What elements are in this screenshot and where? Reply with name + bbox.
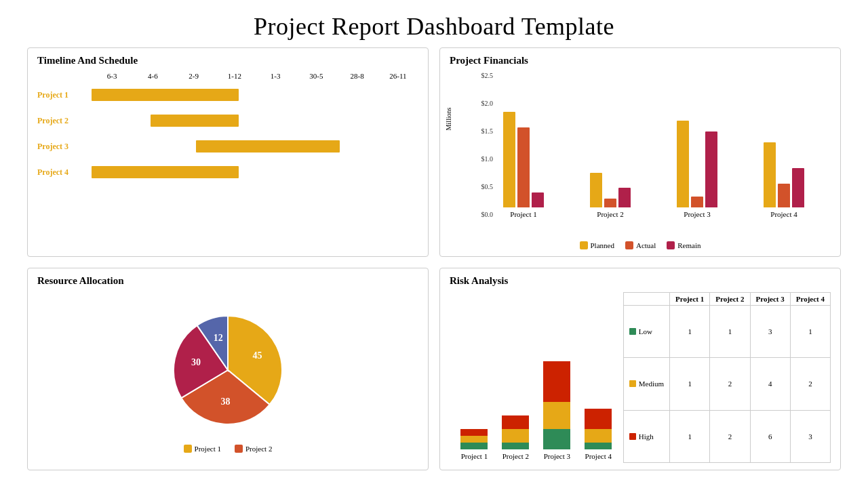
bar-groups: Project 1Project 2Project 3Project 4: [477, 72, 831, 218]
timeline-header-label: 30-5: [296, 72, 336, 80]
financial-bar-planned: [590, 173, 602, 207]
timeline-row-label: Project 2: [37, 116, 92, 126]
financial-bar-actual: [517, 127, 530, 207]
risk-bar-label: Project 4: [585, 452, 612, 460]
risk-value-cell: 2: [710, 358, 750, 410]
risk-segment: [585, 443, 612, 449]
pie-container: 45383012 Project 1Project 2: [37, 292, 418, 463]
timeline-header: 6-34-62-91-121-330-528-826-11: [92, 72, 418, 80]
timeline-title: Timeline And Schedule: [37, 55, 418, 66]
risk-table-header-empty: [623, 293, 669, 306]
legend-dot: [625, 241, 633, 249]
pie-legend-item: Project 1: [184, 445, 221, 453]
risk-segment: [585, 409, 612, 429]
timeline-track: [92, 89, 418, 101]
timeline-row-label: Project 3: [37, 142, 92, 152]
timeline-row: Project 2: [37, 108, 418, 133]
pie-label: 38: [220, 396, 230, 407]
risk-value-cell: 3: [790, 410, 830, 462]
risk-stack: [502, 415, 529, 449]
risk-color-box: [629, 380, 636, 387]
risk-bar-label: Project 1: [461, 452, 488, 460]
financials-legend: PlannedActualRemain: [450, 241, 831, 249]
y-axis-tick: $2.0: [473, 100, 493, 107]
financial-bar-planned: [677, 121, 689, 207]
risk-bars-area: Project 1Project 2Project 3Project 4: [450, 292, 616, 463]
financials-container: Millions $0.0$0.5$1.0$1.5$2.0$2.5 Projec…: [450, 72, 831, 249]
risk-table-row: Low 1131: [623, 306, 830, 358]
risk-value-cell: 2: [790, 358, 830, 410]
financial-bar-remain: [792, 168, 804, 207]
pie-legend-item: Project 2: [235, 445, 272, 453]
risk-category-label: High: [623, 410, 669, 462]
timeline-row: Project 3: [37, 134, 418, 159]
risk-category-text: Medium: [639, 380, 664, 388]
risk-chart: Project 1Project 2Project 3Project 4: [450, 292, 616, 463]
pie-label: 30: [191, 357, 201, 367]
pie-legend-label: Project 1: [195, 445, 221, 453]
timeline-row-label: Project 4: [37, 167, 92, 178]
y-axis: $0.0$0.5$1.0$1.5$2.0$2.5: [473, 72, 493, 218]
timeline-header-label: 6-3: [92, 72, 132, 80]
bar-group-label: Project 4: [770, 210, 797, 218]
financial-bar-remain: [532, 192, 544, 207]
timeline-bar: [196, 140, 340, 152]
legend-item: Planned: [580, 241, 614, 249]
risk-table-header: Project 1: [670, 293, 710, 306]
timeline-header-label: 1-3: [255, 72, 296, 80]
timeline-bar: [151, 115, 239, 127]
bar-group: Project 2: [570, 72, 650, 218]
y-axis-tick: $0.0: [473, 211, 493, 218]
risk-bar-label: Project 2: [502, 452, 529, 460]
timeline-header-label: 2-9: [174, 72, 214, 80]
y-axis-tick: $0.5: [473, 183, 493, 190]
bar-group-bars: [590, 72, 631, 207]
risk-table-row: High 1263: [623, 410, 830, 462]
timeline-row-label: Project 1: [37, 90, 92, 100]
risk-value-cell: 1: [670, 358, 710, 410]
legend-dot: [580, 241, 588, 249]
risk-stack: [460, 429, 488, 449]
risk-segment: [543, 402, 570, 429]
risk-table-header: Project 3: [750, 293, 790, 306]
dashboard-grid: Timeline And Schedule 6-34-62-91-121-330…: [0, 47, 868, 481]
y-axis-label: Millions: [445, 108, 452, 131]
timeline-header-label: 26-11: [378, 72, 418, 80]
risk-value-cell: 1: [670, 306, 710, 358]
pie-legend-label: Project 2: [245, 445, 272, 453]
risk-segment: [585, 429, 612, 443]
financials-title: Project Financials: [450, 55, 831, 66]
risk-container: Project 1Project 2Project 3Project 4 Pro…: [450, 292, 831, 463]
bar-group-label: Project 3: [684, 210, 710, 218]
y-axis-tick: $1.5: [473, 127, 493, 135]
financial-bar-remain: [618, 188, 631, 207]
risk-table-header: Project 2: [710, 293, 750, 306]
risk-bar-group: Project 2: [498, 415, 534, 460]
risk-value-cell: 3: [750, 306, 790, 358]
timeline-track: [92, 140, 418, 152]
bar-group-bars: [677, 72, 717, 207]
risk-stack: [543, 361, 570, 449]
financial-bar-actual: [778, 184, 790, 207]
risk-color-box: [629, 328, 636, 335]
bar-group-bars: [764, 72, 804, 207]
risk-category-text: Low: [639, 327, 652, 336]
risk-panel: Risk Analysis Project 1Project 2Project …: [439, 268, 841, 470]
bar-chart-area: Millions $0.0$0.5$1.0$1.5$2.0$2.5 Projec…: [450, 72, 831, 239]
risk-category-text: High: [639, 432, 654, 441]
bar-group-bars: [503, 72, 544, 207]
y-axis-tick: $2.5: [473, 72, 493, 79]
pie-label: 45: [252, 350, 262, 361]
risk-value-cell: 2: [710, 410, 750, 462]
financial-bar-actual: [691, 197, 703, 207]
risk-stack: [585, 409, 612, 449]
risk-title: Risk Analysis: [450, 275, 831, 287]
bar-group-label: Project 2: [597, 210, 623, 218]
timeline-track: [92, 115, 418, 127]
resource-title: Resource Allocation: [37, 275, 418, 287]
bar-group: Project 4: [744, 72, 824, 218]
risk-value-cell: 1: [670, 410, 710, 462]
risk-color-box: [629, 433, 636, 440]
timeline-panel: Timeline And Schedule 6-34-62-91-121-330…: [27, 47, 429, 257]
bar-group-label: Project 1: [510, 210, 536, 218]
